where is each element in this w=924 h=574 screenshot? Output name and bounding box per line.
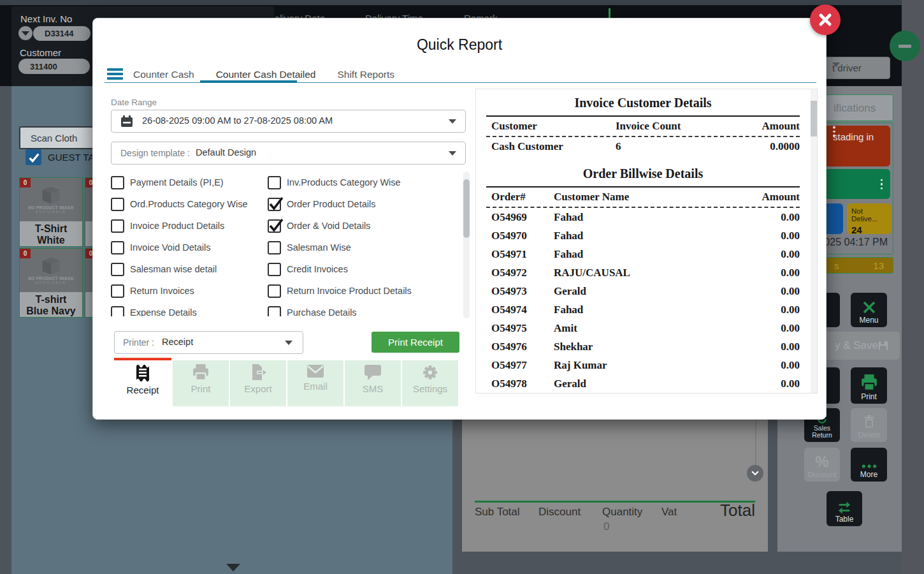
footer-tab-sms[interactable]: SMS xyxy=(343,360,401,406)
preview-scrollbar[interactable] xyxy=(811,89,817,394)
checkbox[interactable] xyxy=(111,176,124,189)
options-scrollbar[interactable] xyxy=(463,172,470,318)
checkbox[interactable] xyxy=(268,263,281,276)
scroll-down-button[interactable] xyxy=(747,465,763,482)
checkbox[interactable] xyxy=(111,241,124,254)
kebab-menu-icon[interactable] xyxy=(881,179,883,189)
menu-button[interactable]: Menu xyxy=(851,293,887,327)
not-delivered-label: Not Delive... xyxy=(851,207,887,223)
printer-icon xyxy=(192,364,210,381)
checkbox[interactable] xyxy=(111,219,124,233)
order-billwise-rows: O54969 Fahad 0.00 O54970 Fahad 0.00 O549… xyxy=(486,208,800,393)
chevron-down-icon xyxy=(749,469,761,478)
table-row: O54977 Raj Kumar 0.00 xyxy=(486,356,800,374)
no-image-text: NO PRODUCT IMAGE xyxy=(28,205,74,210)
report-option[interactable]: Invoice Product Details xyxy=(111,215,270,237)
more-button[interactable]: More xyxy=(851,448,887,482)
table-row: O54972 RAJU/CAUSAL 0.00 xyxy=(486,263,800,282)
report-tabs: Counter Cash Counter Cash Detailed Shift… xyxy=(133,69,394,80)
kebab-menu-icon[interactable] xyxy=(833,126,883,137)
subtotal-label: Sub Total xyxy=(475,506,520,519)
report-option[interactable]: Salesman wise detail xyxy=(111,258,270,280)
chevron-down-icon xyxy=(285,341,292,345)
footer-tab-settings[interactable]: Settings xyxy=(401,360,458,406)
trash-icon xyxy=(862,415,876,430)
preview-table-header: Customer Invoice Count Amount xyxy=(486,117,800,136)
footer-tab-receipt[interactable]: Receipt xyxy=(114,360,171,406)
right-edge-strip xyxy=(902,0,924,574)
product-tile[interactable]: NO PRODUCT IMAGE AVAILABLE 0 T-Shirt Whi… xyxy=(19,177,83,247)
percent-icon: % xyxy=(815,454,828,469)
checkbox[interactable] xyxy=(111,284,124,298)
not-delivered-chip[interactable]: Not Delive... 24 xyxy=(847,203,892,234)
report-option[interactable]: Salesman Wise xyxy=(268,237,427,258)
report-option[interactable]: Purchase Details xyxy=(268,302,427,316)
checkbox[interactable] xyxy=(268,284,281,298)
report-option[interactable]: Order Product Details xyxy=(268,193,427,215)
report-options-area: Payment Details (PI,E) Ord.Products Cate… xyxy=(111,172,468,316)
scrollbar-thumb[interactable] xyxy=(463,179,470,238)
scroll-down-arrow[interactable] xyxy=(226,564,240,571)
footer-tab-print[interactable]: Print xyxy=(171,360,229,406)
printer-select[interactable]: Printer : Receipt xyxy=(114,331,303,354)
window-top-strip xyxy=(0,0,924,5)
checkbox[interactable] xyxy=(111,198,124,211)
report-option[interactable]: Return Invoice Product Details xyxy=(268,280,427,302)
report-option[interactable]: Order & Void Details xyxy=(268,215,427,237)
notifications-label: ifications xyxy=(834,102,876,115)
gear-icon xyxy=(421,364,439,381)
report-tab[interactable]: Counter Cash xyxy=(133,69,194,80)
option-label: Return Invoices xyxy=(130,286,194,296)
guest-tag-checkbox[interactable] xyxy=(25,149,41,165)
modal-close-button[interactable] xyxy=(810,4,841,35)
report-tab[interactable]: Counter Cash Detailed xyxy=(216,69,316,80)
no-image-text: NO PRODUCT IMAGE xyxy=(28,276,74,281)
customer-label: Customer xyxy=(20,47,61,58)
status-bar-count: 13 xyxy=(873,260,884,271)
collapse-button[interactable] xyxy=(890,31,920,61)
checkbox[interactable] xyxy=(268,176,281,189)
quantity-label: Quantity xyxy=(602,506,642,519)
checkbox[interactable] xyxy=(268,219,281,233)
status-bar-label: s xyxy=(834,260,839,271)
hamburger-menu-icon[interactable] xyxy=(107,68,123,80)
checkbox[interactable] xyxy=(268,198,281,211)
checkbox[interactable] xyxy=(268,306,281,317)
date-range-field[interactable]: 26-08-2025 09:00 AM to 27-08-2025 08:00 … xyxy=(111,110,466,133)
report-option[interactable]: Expense Details xyxy=(111,302,270,316)
box-icon xyxy=(37,186,65,205)
report-option[interactable]: Credit Invoices xyxy=(268,258,427,280)
report-option[interactable]: Inv.Products Category Wise xyxy=(268,172,427,193)
product-image-placeholder: NO PRODUCT IMAGE AVAILABLE 0 xyxy=(20,178,82,221)
scrollbar-thumb[interactable] xyxy=(811,101,817,136)
checkbox[interactable] xyxy=(268,241,281,254)
box-icon xyxy=(37,256,65,276)
table-row: Cash Customer 6 0.0000 xyxy=(486,137,800,156)
report-option[interactable]: Ord.Products Category Wise xyxy=(111,193,270,215)
minus-icon xyxy=(899,45,911,48)
next-inv-value[interactable]: D33144 xyxy=(33,26,90,41)
report-option[interactable]: Return Invoices xyxy=(111,280,270,302)
customer-value[interactable]: 311400 xyxy=(18,59,90,74)
table-row: O54976 Shekhar 0.00 xyxy=(486,337,800,356)
print-receipt-button[interactable]: Print Receipt xyxy=(372,332,459,353)
footer-tab-export[interactable]: Export xyxy=(229,360,286,406)
options-column-left: Payment Details (PI,E) Ord.Products Cate… xyxy=(111,172,270,316)
design-template-select[interactable]: Design template : Default Design xyxy=(111,142,466,165)
table-transfer-icon xyxy=(837,501,851,514)
print-button[interactable]: Print xyxy=(851,367,887,404)
checkbox[interactable] xyxy=(111,306,124,317)
checkbox[interactable] xyxy=(111,263,124,276)
table-button[interactable]: Table xyxy=(827,491,862,526)
option-label: Purchase Details xyxy=(287,307,357,316)
table-row: O54973 Gerald 0.00 xyxy=(486,282,800,300)
inv-no-dropdown-button[interactable] xyxy=(18,26,32,40)
product-tile[interactable]: NO PRODUCT IMAGE AVAILABLE 0 T-shirt Blu… xyxy=(19,248,83,318)
report-tab[interactable]: Shift Reports xyxy=(337,69,394,80)
report-option[interactable]: Invoice Void Details xyxy=(111,237,270,258)
check-icon xyxy=(27,151,41,165)
report-option[interactable]: Payment Details (PI,E) xyxy=(111,172,270,193)
option-label: Order Product Details xyxy=(287,199,375,209)
receipt-icon xyxy=(135,364,150,383)
footer-tab-email[interactable]: Email xyxy=(286,360,343,406)
